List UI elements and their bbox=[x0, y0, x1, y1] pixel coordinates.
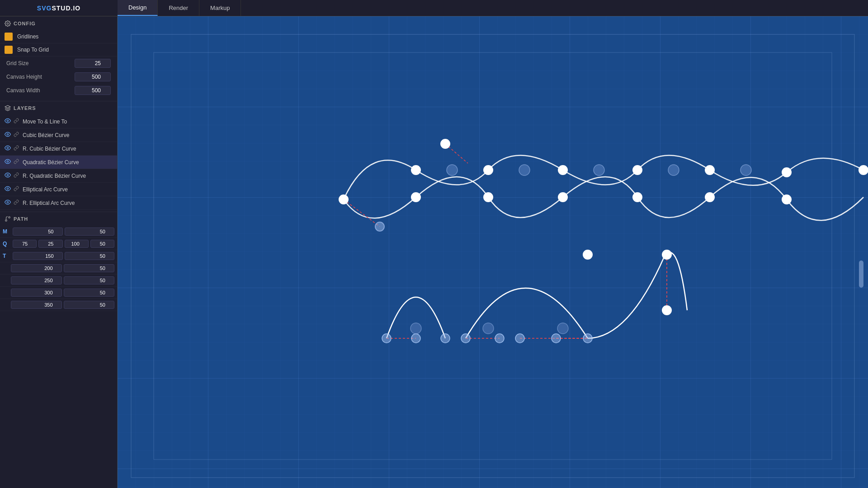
svg-point-29 bbox=[484, 193, 493, 202]
path-q-cx[interactable] bbox=[13, 240, 37, 248]
svg-point-3 bbox=[7, 133, 9, 135]
tab-design[interactable]: Design bbox=[118, 0, 158, 16]
eye-icon-6 bbox=[5, 199, 11, 207]
svg-point-22 bbox=[705, 166, 714, 175]
gear-icon bbox=[5, 20, 11, 27]
svg-point-47 bbox=[461, 334, 470, 343]
svg-point-26 bbox=[375, 222, 384, 231]
config-label: CONFIG bbox=[14, 21, 36, 26]
grid-size-input[interactable] bbox=[75, 59, 111, 68]
svg-point-53 bbox=[662, 250, 671, 259]
logo-svg: SVG bbox=[37, 5, 52, 12]
path-cmd-t: T bbox=[3, 253, 11, 259]
canvas-width-label: Canvas Width bbox=[6, 87, 40, 94]
eye-icon-2 bbox=[5, 145, 11, 152]
path-m-y[interactable] bbox=[65, 227, 115, 236]
svg-point-55 bbox=[410, 323, 421, 334]
path-q-y[interactable] bbox=[90, 240, 114, 248]
path-t4-x[interactable] bbox=[11, 289, 62, 297]
path-t4-y[interactable] bbox=[64, 289, 115, 297]
svg-point-44 bbox=[382, 334, 391, 343]
svg-point-21 bbox=[633, 166, 642, 175]
svg-point-52 bbox=[583, 250, 592, 259]
layer-name-2: R. Cubic Bézier Curve bbox=[23, 146, 76, 152]
svg-point-6 bbox=[7, 174, 9, 176]
svg-point-19 bbox=[484, 166, 493, 175]
canvas-svg bbox=[118, 16, 868, 488]
canvas-height-input[interactable] bbox=[75, 72, 111, 81]
tab-render[interactable]: Render bbox=[158, 0, 199, 16]
svg-point-38 bbox=[741, 165, 751, 175]
grid-size-label: Grid Size bbox=[6, 60, 28, 66]
svg-point-24 bbox=[859, 166, 868, 175]
svg-point-23 bbox=[782, 168, 791, 177]
path-q-cy[interactable] bbox=[38, 240, 62, 248]
layer-cubic-bezier[interactable]: Cubic Bézier Curve bbox=[0, 128, 117, 142]
path-t2-x[interactable] bbox=[11, 264, 62, 272]
svg-point-51 bbox=[583, 334, 592, 343]
path-t3-x[interactable] bbox=[11, 276, 62, 284]
layer-move-to-line-to[interactable]: Move To & Line To bbox=[0, 115, 117, 128]
svg-point-31 bbox=[633, 193, 642, 202]
path-row-t: T bbox=[0, 250, 117, 262]
svg-point-7 bbox=[7, 188, 9, 190]
svg-point-30 bbox=[558, 193, 567, 202]
link-icon-4 bbox=[14, 172, 19, 179]
svg-point-45 bbox=[411, 334, 420, 343]
eye-icon-1 bbox=[5, 131, 11, 139]
svg-point-32 bbox=[705, 193, 714, 202]
layer-name-0: Move To & Line To bbox=[23, 118, 67, 125]
path-q-x[interactable] bbox=[65, 240, 89, 248]
path-t-x[interactable] bbox=[13, 252, 63, 260]
svg-point-4 bbox=[7, 147, 9, 149]
gridlines-color[interactable] bbox=[5, 33, 13, 41]
layer-r-quadratic-bezier[interactable]: R. Quadratic Bézier Curve bbox=[0, 169, 117, 183]
svg-point-10 bbox=[9, 217, 10, 218]
tab-markup[interactable]: Markup bbox=[199, 0, 241, 16]
path-t5-x[interactable] bbox=[11, 301, 62, 309]
path-t3-y[interactable] bbox=[64, 276, 115, 284]
link-icon-5 bbox=[14, 186, 19, 193]
layers-icon bbox=[5, 105, 11, 111]
logo: SVGSTUD.IO bbox=[0, 5, 118, 12]
canvas-area[interactable] bbox=[118, 16, 868, 488]
eye-icon-0 bbox=[5, 118, 11, 125]
svg-point-2 bbox=[7, 120, 9, 122]
layer-name-4: R. Quadratic Bézier Curve bbox=[23, 173, 86, 179]
layer-elliptical-arc[interactable]: Elliptical Arc Curve bbox=[0, 183, 117, 196]
svg-point-49 bbox=[515, 334, 524, 343]
gridlines-label: Gridlines bbox=[17, 33, 113, 40]
layer-name-1: Cubic Bézier Curve bbox=[23, 132, 69, 138]
grid-size-row: Grid Size bbox=[0, 57, 117, 70]
path-t-y[interactable] bbox=[65, 252, 115, 260]
link-icon-1 bbox=[14, 132, 19, 138]
svg-point-9 bbox=[5, 220, 7, 222]
snap-color[interactable] bbox=[5, 46, 13, 54]
layer-r-elliptical-arc[interactable]: R. Elliptical Arc Curve bbox=[0, 196, 117, 210]
canvas-height-label: Canvas Height bbox=[6, 74, 42, 80]
svg-point-28 bbox=[411, 193, 420, 202]
canvas-height-row: Canvas Height bbox=[0, 70, 117, 84]
canvas-width-row: Canvas Width bbox=[0, 84, 117, 97]
layer-quadratic-bezier[interactable]: Quadratic Bézier Curve bbox=[0, 156, 117, 169]
layers-label: LAYERS bbox=[14, 105, 36, 111]
layer-r-cubic-bezier[interactable]: R. Cubic Bézier Curve bbox=[0, 142, 117, 156]
canvas-width-input[interactable] bbox=[75, 86, 111, 95]
svg-point-48 bbox=[495, 334, 504, 343]
svg-rect-13 bbox=[118, 16, 868, 488]
svg-point-33 bbox=[782, 195, 791, 204]
tab-bar: Design Render Markup bbox=[118, 0, 241, 16]
config-section-header: CONFIG bbox=[0, 16, 117, 30]
layers-section-header: LAYERS bbox=[0, 101, 117, 115]
path-t2-y[interactable] bbox=[64, 264, 115, 272]
path-row-t5 bbox=[0, 299, 117, 311]
path-t5-y[interactable] bbox=[64, 301, 115, 309]
svg-point-57 bbox=[557, 323, 568, 334]
path-row-t2 bbox=[0, 262, 117, 275]
svg-point-54 bbox=[662, 306, 671, 315]
svg-marker-1 bbox=[5, 105, 10, 108]
logo-rest: STUD.IO bbox=[52, 5, 80, 12]
path-row-q: Q bbox=[0, 238, 117, 250]
path-m-x[interactable] bbox=[13, 227, 63, 236]
snap-label: Snap To Grid bbox=[17, 47, 113, 53]
